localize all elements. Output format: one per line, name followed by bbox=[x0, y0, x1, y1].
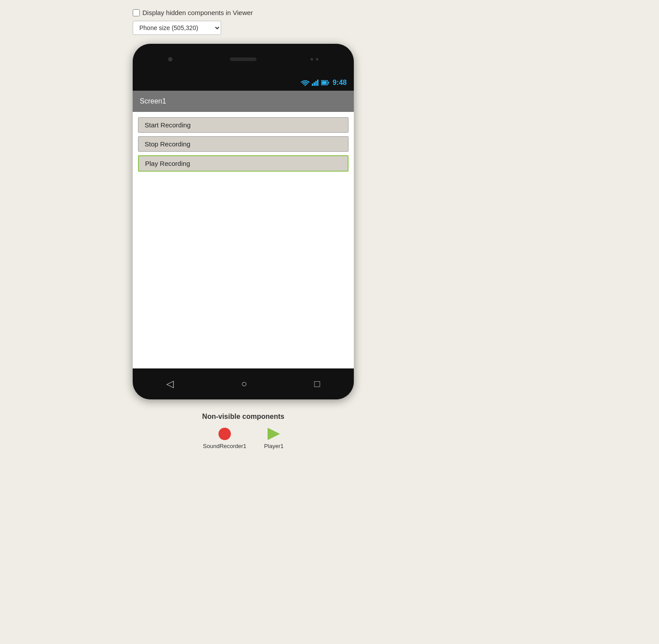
wifi-icon bbox=[301, 79, 310, 86]
sensor-dot-1 bbox=[310, 58, 313, 61]
status-time: 9:48 bbox=[333, 79, 347, 87]
app-bar: Screen1 bbox=[133, 91, 354, 112]
checkbox-row: Display hidden components in Viewer bbox=[133, 9, 253, 16]
phone-sensors bbox=[310, 58, 318, 61]
stop-recording-button[interactable]: Stop Recording bbox=[138, 136, 349, 152]
phone-screen: Start Recording Stop Recording Play Reco… bbox=[133, 112, 354, 368]
svg-rect-2 bbox=[315, 81, 317, 86]
start-recording-button[interactable]: Start Recording bbox=[138, 117, 349, 133]
svg-rect-5 bbox=[328, 82, 329, 84]
svg-rect-1 bbox=[314, 82, 315, 86]
non-visible-title: Non-visible components bbox=[202, 413, 284, 421]
svg-rect-3 bbox=[317, 80, 318, 86]
play-recording-button[interactable]: Play Recording bbox=[138, 155, 349, 172]
signal-icon bbox=[312, 80, 319, 86]
phone-speaker bbox=[230, 58, 257, 61]
home-nav-icon[interactable]: ○ bbox=[241, 378, 247, 390]
camera-dot bbox=[168, 57, 172, 61]
non-visible-section: Non-visible components SoundRecorder1 Pl… bbox=[133, 413, 354, 449]
svg-rect-0 bbox=[312, 84, 313, 86]
non-visible-items: SoundRecorder1 Player1 bbox=[203, 428, 284, 449]
phone-top-bar bbox=[133, 44, 354, 75]
sound-recorder-icon bbox=[218, 428, 231, 440]
status-bar: 9:48 bbox=[133, 75, 354, 91]
phone-bottom-nav: ◁ ○ □ bbox=[133, 368, 354, 399]
app-bar-title: Screen1 bbox=[140, 97, 166, 105]
back-nav-icon[interactable]: ◁ bbox=[166, 378, 174, 390]
sound-recorder-label: SoundRecorder1 bbox=[203, 443, 246, 449]
status-icons bbox=[301, 79, 329, 86]
player-icon bbox=[268, 428, 280, 440]
sound-recorder-component: SoundRecorder1 bbox=[203, 428, 246, 449]
phone-frame: 9:48 Screen1 Start Recording Stop Record… bbox=[133, 44, 354, 399]
hidden-components-checkbox[interactable] bbox=[133, 9, 140, 16]
svg-rect-6 bbox=[322, 81, 326, 84]
top-controls: Display hidden components in Viewer Phon… bbox=[133, 9, 253, 35]
recent-nav-icon[interactable]: □ bbox=[314, 378, 320, 390]
player-label: Player1 bbox=[264, 443, 284, 449]
hidden-components-label: Display hidden components in Viewer bbox=[142, 9, 253, 16]
size-select[interactable]: Phone size (505,320)Tablet size (1024,60… bbox=[133, 21, 221, 35]
battery-icon bbox=[321, 80, 329, 85]
sensor-dot-2 bbox=[316, 58, 318, 61]
player-component: Player1 bbox=[264, 428, 284, 449]
